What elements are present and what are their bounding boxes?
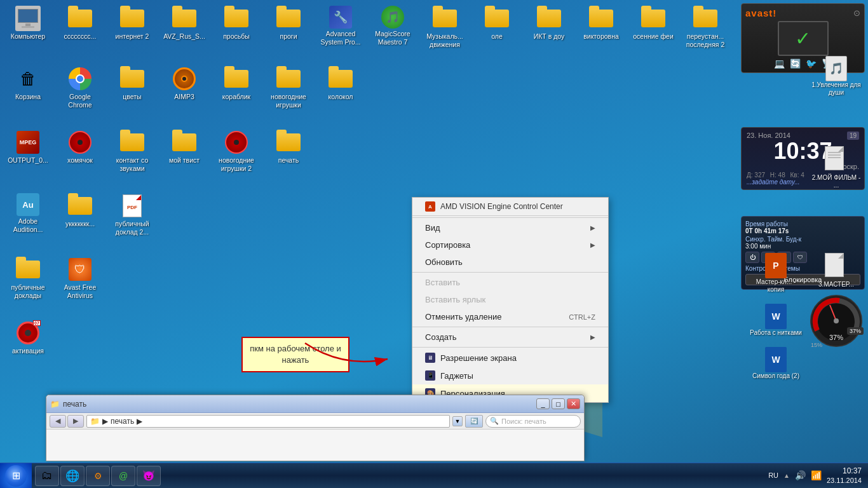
advsystem-icon: 🔧 — [329, 6, 352, 29]
desktop-icon-public-doc[interactable]: PDF публичный доклад 2... — [107, 191, 157, 238]
gauge-percent: 37% — [847, 327, 864, 335]
desktop-icon-internet2[interactable]: интернет 2 — [107, 3, 157, 51]
menu-item-view[interactable]: Вид ▶ — [412, 219, 608, 236]
minimize-button[interactable]: _ — [536, 398, 550, 409]
right-file-doc2[interactable]: 3.МАСТЕР... — [808, 251, 865, 295]
maximize-button[interactable]: □ — [552, 398, 565, 409]
desktop-icon-label: уккккккк... — [65, 220, 95, 228]
desktop-icon-label: проги — [280, 32, 297, 41]
menu-item-amd[interactable]: A AMD VISION Engine Control Center — [412, 198, 608, 216]
desktop-icon-aimp3[interactable]: AIMP3 — [159, 64, 209, 111]
desktop-icon-korablik[interactable]: кораблик — [212, 64, 261, 111]
path-separator2: ▶ — [137, 417, 142, 426]
taskbar-avz-button[interactable]: ⚙ — [86, 466, 110, 486]
desktop-icon-chrome[interactable]: Google Chrome — [55, 64, 105, 111]
close-button[interactable]: ✕ — [567, 398, 580, 409]
right-file-ppt[interactable]: P Мастер-кл... - копия — [747, 251, 804, 295]
paste-shortcut-label: Вставить ярлык — [425, 295, 485, 304]
desktop-icon-pechat[interactable]: печать — [264, 127, 313, 175]
right-file-word[interactable]: W Работа с нитками — [747, 302, 804, 339]
desktop-icon-label: AIMP3 — [174, 93, 194, 101]
refresh-button[interactable]: 🔄 — [465, 415, 483, 428]
address-dropdown-button[interactable]: ▼ — [452, 416, 463, 426]
paste-label: Вставить — [425, 278, 460, 287]
desktop-icon-label: хомячок — [67, 156, 93, 165]
desktop-icon-label: Музыкаль... движения — [421, 32, 468, 48]
chrome-icon — [67, 66, 93, 92]
taskbar-volume-icon[interactable]: 🔊 — [795, 470, 806, 480]
desktop-icon-advsystem[interactable]: 🔧 Advanced System Pro... — [316, 3, 365, 51]
desktop-icon-label: MagicScore Maestro 7 — [369, 30, 416, 46]
folder-icon — [641, 6, 666, 31]
menu-item-resolution[interactable]: 🖥 Разрешение экрана — [412, 349, 608, 367]
nav-buttons: ◀ ▶ — [50, 415, 84, 428]
desktop-icon-ole[interactable]: оле — [472, 3, 522, 51]
refresh-label: Обновить — [425, 257, 463, 267]
explorer-titlebar: 📁 печать _ □ ✕ — [46, 395, 584, 413]
desktop-icon-music[interactable]: Музыкаль... движения — [420, 3, 470, 51]
desktop-icon-label: публичный доклад 2... — [109, 220, 156, 236]
forward-button[interactable]: ▶ — [67, 415, 84, 428]
menu-item-paste-shortcut: Вставить ярлык — [412, 291, 608, 308]
search-bar[interactable]: 🔍 Поиск: печать — [485, 415, 581, 428]
desktop-icon-viktorovna[interactable]: викторовна — [576, 3, 626, 51]
work-time-val: 0Т 0h 41m 17s — [745, 227, 860, 234]
sync-label: Синхр. Тайм. Буд-к — [745, 236, 860, 243]
right-file-word2[interactable]: W Символ года (2) — [747, 345, 804, 382]
desktop-icon-korzina[interactable]: 🗑 Корзина — [3, 64, 53, 111]
desktop-icon-homyachok[interactable]: хомячок — [55, 127, 105, 175]
desktop-icon-ukkkk[interactable]: уккккккк... — [55, 191, 105, 238]
desktop-icon-progi[interactable]: проги — [264, 3, 313, 51]
desktop-icon-kolokol[interactable]: колокол — [316, 64, 365, 111]
desktop-icon-label: викторовна — [583, 32, 619, 41]
taskbar-mail-button[interactable]: @ — [111, 466, 135, 486]
path-separator: ▶ — [102, 417, 108, 426]
address-bar[interactable]: 📁 ▶ печать ▶ — [86, 415, 450, 428]
start-button[interactable]: ⊞ — [0, 463, 32, 489]
explorer-toolbar: ◀ ▶ 📁 ▶ печать ▶ ▼ 🔄 🔍 Поиск: печать — [46, 413, 584, 430]
folder-icon — [484, 6, 510, 31]
desktop-icon-prosby[interactable]: просьбы — [212, 3, 261, 51]
menu-item-refresh[interactable]: Обновить — [412, 254, 608, 271]
desktop-icon-novogodnie2[interactable]: новогодние игрушки 2 — [212, 127, 261, 175]
context-menu: A AMD VISION Engine Control Center Вид ▶… — [412, 197, 609, 403]
avast-logo-text: avast! — [745, 8, 776, 18]
back-button[interactable]: ◀ — [50, 415, 66, 428]
desktop-icon-label: оле — [491, 32, 503, 41]
desktop-icon-computer[interactable]: Компьютер — [3, 3, 53, 51]
desktop-icon-moy-tvist[interactable]: мой твист — [159, 127, 209, 175]
taskbar-skype-button[interactable]: 😈 — [137, 466, 161, 486]
desktop-icon-pereust[interactable]: переустан... последняя 2 — [681, 3, 730, 51]
desktop-icon-ikt[interactable]: ИКТ в доу — [524, 3, 574, 51]
folder-icon — [119, 6, 145, 31]
taskbar-right: RU ▲ 🔊 📶 10:37 23.11.2014 — [762, 466, 868, 485]
menu-item-sort[interactable]: Сортировка ▶ — [412, 236, 608, 254]
taskbar-buttons: 🗂 🌐 ⚙ @ 😈 — [32, 466, 762, 486]
desktop-icon-magicscore[interactable]: 🎵 MagicScore Maestro 7 — [368, 3, 417, 51]
desktop-icon-kontakt[interactable]: контакт со звуками — [107, 127, 157, 175]
taskbar-network2-icon[interactable]: 📶 — [811, 470, 822, 480]
right-file-doc[interactable]: 2.МОЙ ФИЛЬМ - ... — [808, 144, 865, 191]
desktop-icon-cvety[interactable]: цветы — [107, 64, 157, 111]
menu-item-gadgets[interactable]: 📱 Гаджеты — [412, 367, 608, 384]
explorer-title: печать — [63, 400, 86, 409]
folder-address-icon: 📁 — [90, 417, 100, 426]
right-file-label: 2.МОЙ ФИЛЬМ - ... — [810, 174, 863, 189]
taskbar-ie-button[interactable]: 🌐 — [60, 466, 85, 486]
taskbar-explorer-button[interactable]: 🗂 — [35, 466, 59, 486]
menu-item-undo-delete[interactable]: Отменить удаление CTRL+Z — [412, 308, 608, 325]
desktop-icon-public-dokl[interactable]: публичные доклады — [3, 254, 53, 302]
folder-icon — [536, 6, 562, 31]
right-file-music[interactable]: 🎵 1.Увлечения для души — [808, 54, 865, 98]
desktop-icon-adobe-au[interactable]: Au Adobe Audition... — [3, 191, 53, 238]
desktop-icon-output[interactable]: MPEG OUTPUT_0... — [3, 127, 53, 175]
desktop-icon-folder1[interactable]: сссссссс... — [55, 3, 105, 51]
desktop-icon-avast[interactable]: 🛡 Avast Free Antivirus — [55, 254, 105, 302]
menu-item-create[interactable]: Создать ▶ — [412, 329, 608, 346]
right-sidebar-files: 🎵 1.Увлечения для души 2.МОЙ Ф — [808, 54, 865, 191]
desktop-icon-avz[interactable]: AVZ_Rus_S... — [159, 3, 209, 51]
desktop-icon-activation[interactable]: 07 активация — [3, 318, 53, 358]
adobe-au-icon: Au — [17, 193, 39, 216]
desktop-icon-osennie[interactable]: осенние феи — [628, 3, 678, 51]
desktop-icon-novogodnie[interactable]: новогодние игрушки — [264, 64, 313, 111]
